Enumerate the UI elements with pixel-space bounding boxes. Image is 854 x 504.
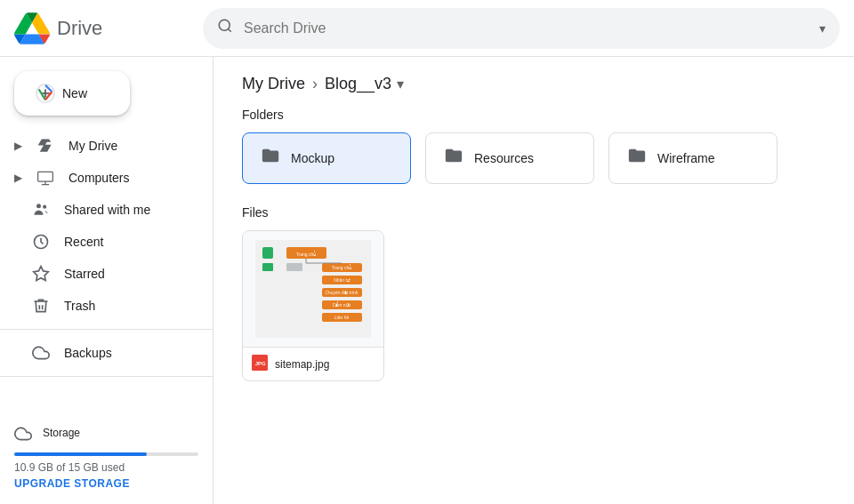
- sidebar-item-shared[interactable]: Shared with me: [0, 194, 198, 226]
- folders-grid: Mockup Resources Wireframe: [242, 132, 826, 184]
- folders-section-title: Folders: [242, 108, 826, 122]
- file-preview: Trang chủ Trang chủ Nhân tự: [243, 231, 383, 347]
- storage-used-text: 10.9 GB of 15 GB used: [14, 461, 198, 474]
- sidebar-item-my-drive[interactable]: ▶ My Drive: [0, 130, 198, 162]
- folder-icon-wireframe: [627, 146, 647, 171]
- upgrade-storage-link[interactable]: UPGRADE STORAGE: [14, 477, 198, 490]
- svg-point-7: [43, 205, 46, 209]
- expand-arrow-icon: ▶: [14, 140, 22, 152]
- search-icon: [217, 18, 233, 38]
- topbar: Drive ▾: [0, 0, 854, 57]
- sidebar-item-label-starred: Starred: [64, 267, 105, 281]
- file-card-sitemap[interactable]: Trang chủ Trang chủ Nhân tự: [242, 230, 384, 381]
- svg-rect-5: [38, 172, 53, 181]
- svg-text:Trang chủ: Trang chủ: [332, 264, 352, 270]
- sidebar: New ▶ My Drive ▶ Computers Shared with m…: [0, 57, 214, 504]
- cloud-icon: [32, 344, 50, 362]
- sidebar-item-recent[interactable]: Recent: [0, 226, 198, 258]
- breadcrumb: My Drive › Blog__v3 ▾: [242, 57, 826, 108]
- svg-text:Nhân tự: Nhân tự: [334, 277, 350, 283]
- folder-card-resources[interactable]: Resources: [425, 132, 594, 184]
- svg-marker-9: [34, 267, 49, 281]
- star-icon: [32, 265, 50, 283]
- drive-icon: [36, 137, 54, 155]
- file-footer: JPG sitemap.jpg: [243, 347, 383, 380]
- folder-name-resources: Resources: [474, 151, 534, 165]
- main-layout: New ▶ My Drive ▶ Computers Shared with m…: [0, 57, 854, 504]
- storage-area: Storage 10.9 GB of 15 GB used UPGRADE ST…: [0, 418, 213, 497]
- sidebar-item-starred[interactable]: Starred: [0, 258, 198, 290]
- files-section-title: Files: [242, 205, 826, 220]
- search-dropdown-icon[interactable]: ▾: [819, 21, 826, 36]
- folder-name-wireframe: Wireframe: [657, 151, 715, 165]
- storage-label: Storage: [43, 427, 80, 439]
- sidebar-item-label: My Drive: [68, 139, 117, 153]
- svg-text:Cẩm nữu: Cẩm nữu: [333, 301, 351, 308]
- breadcrumb-current[interactable]: Blog__v3 ▾: [325, 75, 404, 93]
- people-icon: [32, 201, 50, 219]
- folder-name-mockup: Mockup: [291, 151, 334, 165]
- sidebar-item-trash[interactable]: Trash: [0, 290, 198, 322]
- app-title: Drive: [57, 17, 102, 40]
- files-grid: Trang chủ Trang chủ Nhân tự: [242, 230, 826, 381]
- svg-point-0: [219, 20, 230, 30]
- trash-icon: [32, 297, 50, 315]
- breadcrumb-chevron-icon: ▾: [397, 76, 404, 92]
- svg-text:Chuyên đặt trình: Chuyên đặt trình: [325, 290, 358, 295]
- folder-icon-resources: [444, 146, 463, 171]
- sidebar-item-label-recent: Recent: [64, 235, 103, 249]
- storage-bar-background: [14, 452, 198, 456]
- plus-icon: [36, 84, 55, 103]
- svg-rect-13: [262, 247, 273, 259]
- sidebar-divider-2: [0, 376, 213, 377]
- svg-line-1: [228, 28, 230, 31]
- storage-cloud-icon: [14, 425, 32, 445]
- sidebar-item-label-backups: Backups: [64, 346, 112, 360]
- sidebar-item-computers[interactable]: ▶ Computers: [0, 162, 198, 194]
- breadcrumb-root[interactable]: My Drive: [242, 75, 305, 93]
- logo-area: Drive: [14, 11, 192, 46]
- search-bar[interactable]: ▾: [203, 8, 840, 49]
- sidebar-item-backups[interactable]: Backups: [0, 337, 198, 369]
- new-button-label: New: [62, 86, 87, 100]
- folder-icon-mockup: [261, 146, 280, 171]
- svg-rect-14: [262, 263, 273, 271]
- expand-arrow-computers-icon: ▶: [14, 172, 22, 184]
- new-button[interactable]: New: [14, 71, 130, 116]
- svg-rect-15: [286, 263, 302, 271]
- storage-bar-fill: [14, 452, 147, 456]
- sidebar-divider: [0, 329, 213, 330]
- folder-card-wireframe[interactable]: Wireframe: [608, 132, 777, 184]
- breadcrumb-separator: ›: [312, 75, 318, 93]
- sidebar-item-label-computers: Computers: [68, 171, 129, 185]
- file-type-icon: JPG: [252, 355, 268, 373]
- file-name: sitemap.jpg: [275, 358, 329, 371]
- breadcrumb-current-label: Blog__v3: [325, 75, 391, 93]
- sidebar-item-label-shared: Shared with me: [64, 203, 150, 217]
- drive-logo-icon: [14, 11, 50, 46]
- computer-icon: [36, 169, 54, 187]
- content-area: My Drive › Blog__v3 ▾ Folders Mockup Res…: [214, 57, 854, 504]
- svg-point-6: [36, 204, 41, 208]
- search-input[interactable]: [244, 20, 809, 36]
- sidebar-item-label-trash: Trash: [64, 299, 95, 313]
- svg-text:Trang chủ: Trang chủ: [296, 251, 317, 257]
- folder-card-mockup[interactable]: Mockup: [242, 132, 411, 184]
- clock-icon: [32, 233, 50, 251]
- svg-text:JPG: JPG: [255, 361, 266, 366]
- svg-text:Liên hê: Liên hê: [334, 315, 350, 320]
